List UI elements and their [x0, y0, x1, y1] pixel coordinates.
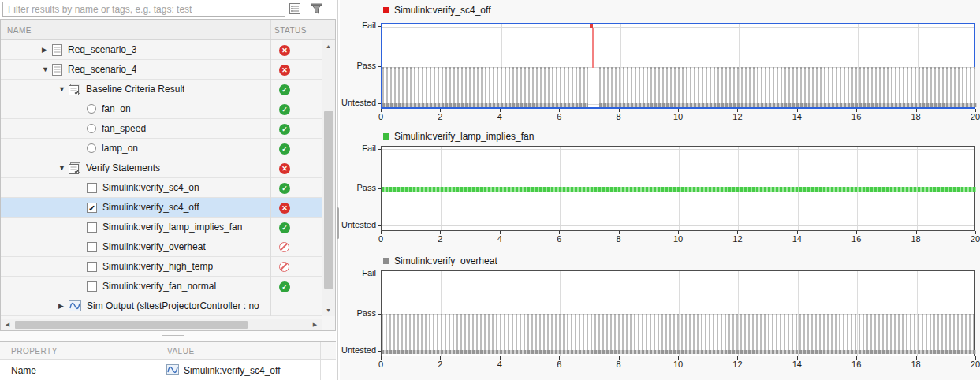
chevron-down-icon[interactable]: ▼ [42, 65, 52, 73]
test-manager-results-window: NAME STATUS ▶Req_scenario_3✕▼Req_scenari… [0, 0, 980, 380]
y-axis-label: Fail [340, 143, 376, 153]
x-axis-label: 8 [609, 360, 628, 369]
status-fail-icon: ✕ [279, 203, 290, 214]
legend-label: Simulink:verify_sc4_off [394, 5, 491, 16]
row-checkbox[interactable] [87, 222, 97, 233]
property-panel: PROPERTY VALUE Name Simulink:verify_sc4_… [0, 341, 336, 380]
scroll-left-icon[interactable]: ◀ [2, 319, 13, 330]
scroll-up-icon[interactable]: ▲ [322, 41, 334, 52]
row-checkbox[interactable] [87, 262, 97, 272]
status-cell: ✓ [270, 178, 321, 198]
row-checkbox[interactable] [87, 183, 97, 193]
property-name: Name [11, 365, 36, 376]
row-checkbox[interactable]: ✓ [87, 203, 97, 213]
chevron-down-icon[interactable]: ▼ [58, 85, 69, 93]
status-pass-icon: ✓ [279, 84, 290, 95]
status-cell: ✓ [270, 218, 321, 237]
property-row[interactable]: Name Simulink:verify_sc4_off [0, 360, 336, 380]
column-header-status: STATUS [274, 26, 307, 35]
divider-scroll-thumb[interactable] [337, 207, 339, 239]
legend-swatch [383, 258, 389, 264]
table-row[interactable]: ✓Simulink:verify_sc4_off✕ [1, 198, 322, 218]
table-row[interactable]: ▶Sim Output (sltestProjectorController :… [1, 296, 322, 316]
row-label: Baseline Criteria Result [86, 84, 184, 95]
table-row[interactable]: ▼Verify Statements✕ [1, 158, 322, 178]
fail-marker [590, 24, 593, 28]
row-label: fan_speed [102, 123, 146, 134]
vertical-scroll-thumb[interactable] [324, 111, 333, 289]
status-disabled-icon [279, 262, 289, 272]
row-checkbox[interactable] [87, 242, 97, 252]
x-axis-label: 6 [550, 234, 568, 244]
horizontal-scrollbar[interactable]: ◀ ▶ [1, 319, 322, 330]
chevron-right-icon[interactable]: ▶ [58, 302, 69, 310]
x-axis-label: 0 [371, 234, 390, 244]
legend-label: Simulink:verify_lamp_implies_fan [394, 131, 534, 142]
chevron-right-icon[interactable]: ▶ [42, 46, 52, 54]
status-cell: ✕ [270, 158, 321, 178]
legend-swatch [383, 133, 389, 140]
table-row[interactable]: lamp_on✓ [1, 139, 322, 158]
x-axis-label: 4 [490, 234, 509, 244]
filter-button[interactable] [308, 2, 324, 17]
row-label: Simulink:verify_sc4_on [102, 182, 199, 193]
table-row[interactable]: ▶Req_scenario_3✕ [1, 40, 322, 60]
criteria-icon [69, 84, 80, 95]
x-axis-label: 8 [609, 234, 628, 244]
table-row[interactable]: Simulink:verify_fan_normal✓ [1, 277, 322, 296]
table-row[interactable]: ▼Baseline Criteria Result✓ [1, 80, 322, 99]
horizontal-scroll-thumb[interactable] [15, 321, 248, 329]
row-radio[interactable] [87, 104, 96, 114]
row-label: Verify Statements [86, 162, 160, 173]
results-tree-header: NAME STATUS [1, 20, 335, 40]
row-checkbox[interactable] [87, 281, 97, 292]
list-view-icon [289, 2, 301, 17]
vertical-scrollbar[interactable]: ▲ ▼ [322, 40, 335, 316]
list-view-button[interactable] [287, 2, 303, 17]
verify-plot-2[interactable] [381, 146, 975, 231]
plot-legend: Simulink:verify_sc4_off [383, 5, 491, 16]
x-axis-label: 8 [609, 112, 628, 121]
plot-legend: Simulink:verify_lamp_implies_fan [383, 131, 534, 142]
x-axis-label: 10 [669, 112, 687, 121]
row-label: Sim Output (sltestProjectorController : … [87, 300, 259, 311]
column-header-value: VALUE [167, 347, 195, 356]
row-radio[interactable] [87, 143, 96, 153]
filter-results-input[interactable] [2, 2, 285, 17]
status-cell: ✓ [270, 80, 321, 99]
table-row[interactable]: Simulink:verify_overheat [1, 237, 322, 257]
panel-splitter[interactable] [0, 331, 336, 341]
table-row[interactable]: fan_on✓ [1, 99, 322, 119]
row-radio[interactable] [87, 124, 96, 133]
signal-icon [69, 300, 81, 311]
scroll-right-icon[interactable]: ▶ [309, 319, 321, 330]
x-axis-label: 18 [907, 112, 926, 121]
table-row[interactable]: ▼Req_scenario_4✕ [1, 60, 322, 80]
x-axis-label: 18 [907, 360, 926, 369]
scroll-down-icon[interactable]: ▼ [322, 305, 334, 316]
row-label: Simulink:verify_high_temp [102, 261, 213, 272]
document-icon [52, 44, 62, 56]
row-label: Simulink:verify_sc4_off [102, 202, 199, 213]
y-axis-label: Pass [340, 61, 376, 70]
y-axis-label: Pass [340, 183, 376, 192]
verify-plot-1[interactable] [381, 23, 975, 109]
filter-bar [0, 0, 336, 19]
x-axis-label: 4 [490, 112, 509, 121]
row-label: Req_scenario_4 [68, 64, 136, 75]
x-axis-label: 12 [728, 234, 747, 244]
row-label: Simulink:verify_overheat [102, 241, 206, 252]
table-row[interactable]: Simulink:verify_high_temp [1, 257, 322, 277]
table-row[interactable]: Simulink:verify_sc4_on✓ [1, 178, 322, 198]
status-fail-icon: ✕ [279, 45, 290, 56]
verify-plot-3[interactable] [381, 270, 975, 356]
chevron-down-icon[interactable]: ▼ [58, 164, 69, 172]
y-axis-label: Pass [340, 308, 376, 318]
table-row[interactable]: Simulink:verify_lamp_implies_fan✓ [1, 218, 322, 237]
status-pass-icon: ✓ [279, 222, 290, 233]
y-axis-label: Fail [340, 20, 376, 30]
x-axis-label: 20 [966, 112, 980, 121]
table-row[interactable]: fan_speed✓ [1, 119, 322, 139]
x-axis-label: 2 [430, 360, 449, 369]
x-axis-label: 18 [907, 234, 926, 244]
